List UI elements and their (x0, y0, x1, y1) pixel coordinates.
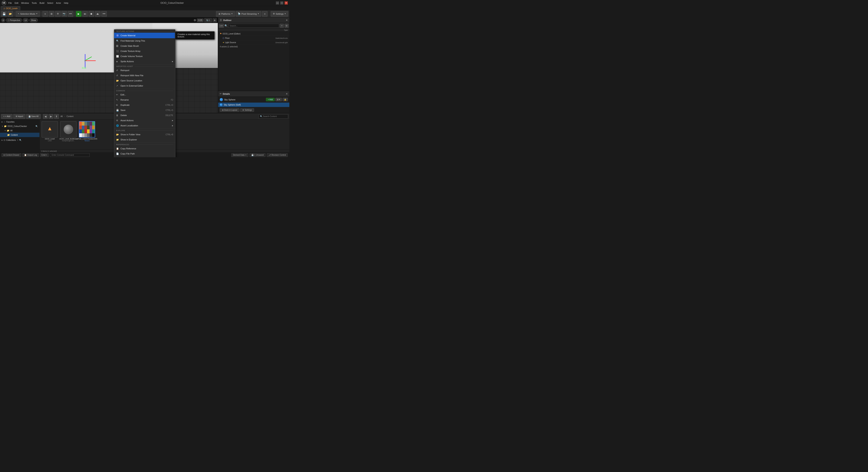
context-item-create-volume[interactable]: ⬜ Create Volume Texture (114, 54, 175, 59)
context-item-open-source[interactable]: 📂 Open Source Location (114, 78, 175, 83)
table-row[interactable]: ⬡ Floor StaticMeshActo (218, 36, 289, 40)
context-item-reimport-new[interactable]: ↺ Reimport With New File (114, 73, 175, 78)
cb-tree-ocio[interactable]: ▼ 📁 OCIO_ColourChecker 🔍 (0, 124, 39, 128)
cb-up-button[interactable]: ⬆ (54, 114, 59, 119)
menu-select[interactable]: Select (47, 2, 53, 4)
cb-tree-all[interactable]: ▼ 📁 All (0, 128, 39, 133)
menu-build[interactable]: Build (40, 2, 44, 4)
restore-button[interactable]: □ (280, 1, 283, 5)
menu-edit[interactable]: Edit (15, 2, 19, 4)
save-toolbar-button[interactable]: 💾 (1, 11, 7, 16)
context-item-asset-localization[interactable]: 🌐 Asset Localization ▶ (114, 123, 175, 128)
launch-options-button[interactable]: ••• (101, 11, 107, 16)
add-button[interactable]: + (42, 11, 48, 16)
context-item-create-texture-array[interactable]: ⬛ Create Texture Array (114, 48, 175, 54)
context-item-duplicate[interactable]: ⧉ Duplicate CTRL+D (114, 102, 175, 107)
tab-ocio-level[interactable]: ⚠ OCIO_Level• (1, 6, 20, 10)
context-item-reference-viewer[interactable]: ⊕ Reference Viewer... ALT+SHIFT+R (114, 156, 175, 157)
dock-in-layout-button[interactable]: ⊞ Dock in Layout (220, 108, 239, 112)
cb-path-content[interactable]: Content (66, 115, 74, 117)
eject-button[interactable]: ⏏ (95, 11, 100, 16)
advance-frame-button[interactable]: ⏭ (82, 11, 88, 16)
table-row[interactable]: ⚑ OCIO_Level (Editor) (218, 32, 289, 36)
context-item-find-materials[interactable]: 🔍 Find Materials Using This (114, 38, 175, 43)
unsaved-button[interactable]: 💾 1 Unsaved (249, 153, 266, 157)
collections-add-button[interactable]: + (17, 139, 19, 141)
menu-help[interactable]: Help (64, 2, 68, 4)
menu-window[interactable]: Window (21, 2, 29, 4)
cb-asset-texture[interactable]: sRGB_ColorChecker2005 Texture (79, 121, 95, 142)
more-button[interactable]: ••• (68, 11, 73, 16)
cb-import-button[interactable]: ⬆ Import (13, 114, 25, 119)
cb-save-all-button[interactable]: 💾 Save All (26, 114, 41, 119)
outliner-close-button[interactable]: ✕ (286, 19, 288, 22)
context-item-show-folder[interactable]: 📂 Show in Folder View CTRL+B (114, 132, 175, 137)
details-component-row[interactable]: Sky Sphere (Self) (218, 103, 289, 107)
context-item-save[interactable]: 💾 Save CTRL+S (114, 107, 175, 113)
menu-tools[interactable]: Tools (32, 2, 37, 4)
ocio-search-button[interactable]: 🔍 (35, 125, 38, 127)
cmd-button[interactable]: Cmd ▼ (40, 153, 49, 157)
context-item-delete[interactable]: 🗑 Delete DELETE (114, 113, 175, 118)
cb-search-input[interactable] (263, 115, 287, 117)
details-close-button[interactable]: ✕ (286, 93, 288, 95)
open-toolbar-button[interactable]: 📂 (7, 11, 13, 16)
outliner-search-input[interactable] (228, 24, 279, 28)
cb-tree-favorites[interactable]: ▶ ☆ Favorites (0, 120, 39, 124)
output-log-button[interactable]: 📋 Output Log (22, 153, 39, 157)
minimize-button[interactable]: — (276, 1, 279, 5)
details-layout-button[interactable]: ⊞▼ (275, 98, 282, 101)
context-item-copy-reference[interactable]: 📋 Copy Reference (114, 146, 175, 151)
show-button[interactable]: Show (29, 18, 38, 22)
selection-mode-button[interactable]: ↖ Selection Mode ▼ (16, 11, 40, 16)
snap-button[interactable]: ⚙ (55, 11, 61, 16)
lit-button[interactable]: Lit (23, 18, 29, 22)
platforms-button[interactable]: 🖥 Platforms ▼ (216, 11, 235, 16)
camera-options-button[interactable]: 📷 1 (204, 18, 212, 22)
outliner-filter-button[interactable]: ≡▼ (219, 24, 224, 28)
cb-asset-builtdata[interactable]: OCIO_Level_BuiltData /Script/Engine.M... (60, 121, 77, 142)
cb-asset-level[interactable]: ▲ * OCIO_Level Level (41, 121, 58, 142)
context-item-sprite-actions[interactable]: ◈ Sprite Actions ▶ (114, 59, 175, 64)
table-row[interactable]: ✦ Light Source DirectionalLight (218, 40, 289, 45)
context-item-asset-actions[interactable]: ⚙ Asset Actions ▶ (114, 118, 175, 123)
details-add-button[interactable]: + Add (266, 98, 275, 101)
details-settings-button[interactable]: ⚙ Settings (240, 108, 254, 112)
expand-toolbar-button[interactable]: » (262, 11, 268, 16)
cb-path-all[interactable]: All (60, 115, 63, 117)
close-button[interactable]: ✕ (285, 1, 288, 5)
context-item-create-slate[interactable]: 🖼 Create Slate Brush (114, 43, 175, 48)
layout-button[interactable]: ⊞ (213, 18, 217, 22)
context-item-create-material[interactable]: Create Material (114, 33, 175, 38)
context-item-open-external[interactable]: ↗ Open In External Editor (114, 83, 175, 88)
context-item-copy-file-path[interactable]: 📄 Copy File Path (114, 151, 175, 156)
cb-forward-button[interactable]: ▶ (49, 114, 53, 119)
menu-file[interactable]: File (8, 2, 12, 4)
collections-search-button[interactable]: 🔍 (19, 139, 22, 141)
details-lock-button[interactable]: 🔒 (283, 98, 288, 101)
settings-gear-button[interactable]: ⚙ (194, 19, 196, 22)
menu-actor[interactable]: Actor (56, 2, 61, 4)
context-item-edit[interactable]: ✏ Edit... (114, 92, 175, 97)
cb-tree-collections[interactable]: ▶ ⊟ Collections + 🔍 (0, 138, 39, 142)
context-item-reimport[interactable]: ↺ Reimport (114, 68, 175, 73)
revision-control-button[interactable]: ⎇ Revision Control (267, 153, 288, 157)
viewport-menu-button[interactable]: ☰ (1, 18, 5, 22)
perspective-button[interactable]: ⬡ Perspective (6, 18, 22, 22)
cb-back-button[interactable]: ◀ (43, 114, 48, 119)
outliner-settings-button[interactable]: ⚙ (285, 24, 288, 28)
play-button[interactable]: ▶ (76, 11, 82, 16)
content-drawer-button[interactable]: ⊟ Content Drawer (2, 153, 21, 157)
outliner-add-button[interactable]: + (280, 24, 284, 28)
settings-button[interactable]: ⚙ Settings ▼ (271, 11, 288, 16)
camera-button[interactable]: 📷 (61, 11, 67, 16)
cb-tree-content[interactable]: 📁 Content (0, 133, 39, 137)
grid-button[interactable]: ⊞ (49, 11, 54, 16)
cb-add-button[interactable]: + + Add (1, 114, 12, 119)
pixel-streaming-button[interactable]: 📡 Pixel Streaming ▼ (236, 11, 261, 16)
console-input[interactable] (50, 153, 90, 157)
context-item-show-explorer[interactable]: 📁 Show in Explorer (114, 137, 175, 142)
derived-data-button[interactable]: Derived Data ▼ (231, 153, 248, 157)
context-item-rename[interactable]: ✎ Rename F2 (114, 97, 175, 102)
stop-button[interactable]: ⏹ (89, 11, 94, 16)
